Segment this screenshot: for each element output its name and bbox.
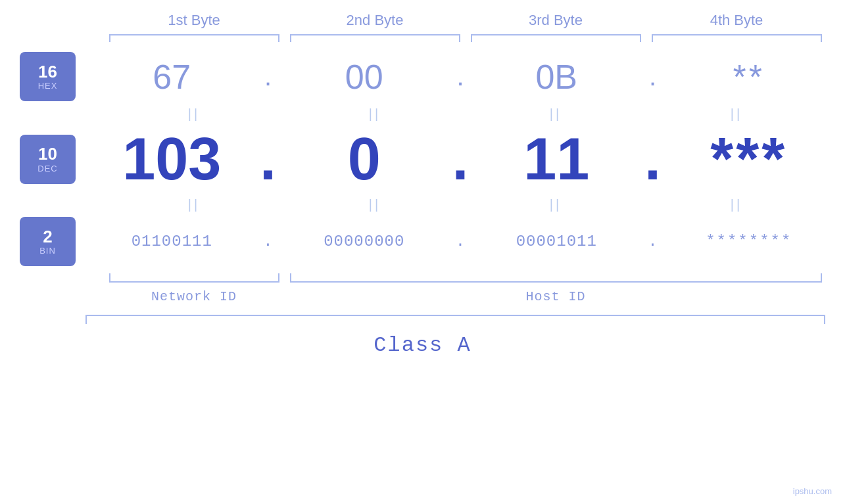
bin-byte4: ********: [663, 233, 836, 250]
dec-values: 103 . 0 . 11 . ***: [76, 126, 845, 193]
full-bracket-container: [0, 309, 845, 329]
dec-badge: 10 DEC: [20, 135, 76, 184]
hex-byte2: 00: [278, 57, 451, 97]
dec-byte3: 11: [470, 126, 643, 193]
dec-dot1: .: [258, 129, 278, 189]
bin-byte1: 01100111: [85, 233, 258, 250]
dec-dot2: .: [450, 129, 470, 189]
dec-byte2: 0: [278, 126, 451, 193]
full-bracket-left-tick: [85, 315, 87, 324]
equals-row-1: || || || ||: [104, 104, 827, 123]
eq2-b4: ||: [646, 197, 827, 212]
watermark: ipshu.com: [793, 486, 832, 496]
eq1-b1: ||: [104, 106, 285, 122]
dec-dot3: .: [643, 129, 663, 189]
bin-byte2: 00000000: [278, 233, 451, 250]
id-labels: Network ID Host ID: [104, 289, 827, 304]
bracket-byte1: [109, 34, 279, 42]
byte4-header: 4th Byte: [646, 12, 827, 29]
network-id-label: Network ID: [104, 289, 285, 304]
byte-headers: 1st Byte 2nd Byte 3rd Byte 4th Byte: [104, 12, 827, 29]
hex-badge-number: 16: [38, 62, 57, 81]
hex-values: 67 . 00 . 0B . **: [76, 57, 845, 97]
bracket-byte4: [652, 34, 822, 42]
eq1-b3: ||: [466, 106, 646, 122]
bottom-brackets: [104, 272, 827, 285]
hex-badge: 16 HEX: [20, 52, 76, 101]
bin-badge: 2 BIN: [20, 217, 76, 266]
eq2-b2: ||: [285, 197, 466, 212]
hex-byte1: 67: [85, 57, 258, 97]
network-bracket: [109, 273, 279, 283]
bin-dot2: .: [450, 233, 470, 250]
top-brackets: [104, 32, 827, 43]
eq2-b3: ||: [466, 197, 646, 212]
dec-badge-number: 10: [38, 145, 57, 164]
dec-badge-label: DEC: [37, 164, 57, 173]
hex-byte4: **: [663, 57, 836, 97]
hex-byte3: 0B: [470, 57, 643, 97]
byte2-header: 2nd Byte: [285, 12, 466, 29]
hex-row: 16 HEX 67 . 00 . 0B . **: [0, 49, 845, 104]
main-container: 1st Byte 2nd Byte 3rd Byte 4th Byte 16 H…: [0, 0, 845, 504]
full-bracket-right-tick: [824, 315, 825, 324]
bin-badge-number: 2: [43, 227, 52, 246]
hex-dot3: .: [643, 62, 663, 91]
bin-dot3: .: [643, 233, 663, 250]
bin-row: 2 BIN 01100111 . 00000000 . 00001011 . *…: [0, 214, 845, 269]
hex-dot1: .: [258, 62, 278, 91]
dec-byte4: ***: [663, 126, 836, 193]
bin-byte3: 00001011: [470, 233, 643, 250]
eq2-b1: ||: [104, 197, 285, 212]
full-bracket-line: [85, 315, 825, 316]
dec-byte1: 103: [85, 126, 258, 193]
hex-badge-label: HEX: [38, 81, 58, 91]
bin-dot1: .: [258, 233, 278, 250]
bin-badge-label: BIN: [39, 246, 56, 256]
equals-row-2: || || || ||: [104, 195, 827, 214]
bracket-byte2: [290, 34, 460, 42]
bracket-byte3: [471, 34, 641, 42]
eq1-b4: ||: [646, 106, 827, 122]
host-bracket: [290, 273, 822, 283]
byte3-header: 3rd Byte: [466, 12, 646, 29]
class-label: Class A: [0, 333, 845, 357]
byte1-header: 1st Byte: [104, 12, 285, 29]
bin-values: 01100111 . 00000000 . 00001011 . *******…: [76, 233, 845, 250]
eq1-b2: ||: [285, 106, 466, 122]
host-id-label: Host ID: [285, 289, 827, 304]
dec-row: 10 DEC 103 . 0 . 11 . ***: [0, 123, 845, 195]
hex-dot2: .: [450, 62, 470, 91]
